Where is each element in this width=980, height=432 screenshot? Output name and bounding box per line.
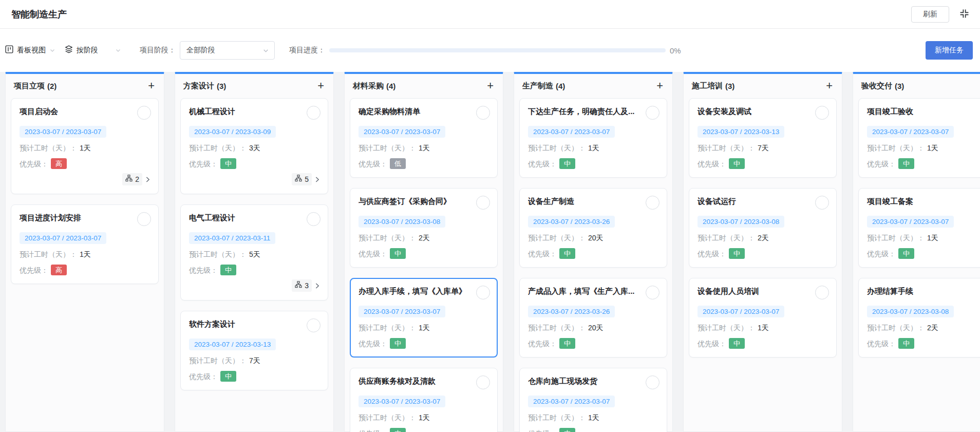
priority-badge: 中 — [390, 428, 406, 432]
card-top: 仓库向施工现场发货 — [528, 375, 659, 389]
duration-value: 1天 — [419, 412, 430, 423]
priority-badge: 中 — [220, 371, 236, 382]
view-mode-label: 看板视图 — [17, 46, 46, 55]
task-card[interactable]: 产成品入库，填写《生产入库... 2023-03-07 / 2023-03-26… — [519, 278, 667, 358]
priority-row: 优先级： 中 — [189, 371, 321, 382]
card-checkbox[interactable] — [307, 106, 321, 120]
app-header: 智能制造生产 刷新 — [0, 0, 980, 29]
duration-value: 2天 — [419, 233, 430, 243]
card-checkbox[interactable] — [646, 375, 659, 389]
duration-label: 预计工时（天）： — [528, 143, 586, 153]
task-card[interactable]: 设备试运行 2023-03-07 / 2023-03-08 预计工时（天）： 2… — [689, 188, 837, 268]
task-card[interactable]: 项目进度计划安排 2023-03-07 / 2023-03-07 预计工时（天）… — [11, 204, 159, 284]
group-mode-switcher[interactable]: 按阶段 — [65, 45, 121, 55]
card-foot: 3 — [189, 279, 321, 292]
task-card[interactable]: 项目启动会 2023-03-07 / 2023-03-07 预计工时（天）： 1… — [11, 98, 159, 194]
task-card[interactable]: 确定采购物料清单 2023-03-07 / 2023-03-07 预计工时（天）… — [350, 98, 498, 178]
task-card[interactable]: 供应商账务核对及清款 2023-03-07 / 2023-03-07 预计工时（… — [350, 368, 498, 432]
card-checkbox[interactable] — [307, 212, 321, 226]
task-card[interactable]: 办理入库手续，填写《入库单》 2023-03-07 / 2023-03-07 预… — [350, 278, 498, 358]
duration-row: 预计工时（天）： 3天 — [189, 143, 321, 153]
refresh-button[interactable]: 刷新 — [911, 6, 949, 23]
task-card[interactable]: 设备使用人员培训 2023-03-07 / 2023-03-07 预计工时（天）… — [689, 278, 837, 358]
priority-badge: 中 — [898, 248, 914, 259]
priority-row: 优先级： 中 — [528, 428, 659, 432]
card-checkbox[interactable] — [815, 286, 829, 299]
duration-value: 1天 — [80, 143, 91, 153]
duration-row: 预计工时（天）： 1天 — [867, 233, 980, 243]
add-card-button[interactable]: + — [315, 81, 326, 91]
add-card-button[interactable]: + — [654, 81, 665, 91]
subtask-chip[interactable]: 5 — [292, 173, 312, 185]
card-checkbox[interactable] — [476, 196, 490, 210]
duration-value: 1天 — [588, 143, 599, 153]
duration-value: 1天 — [80, 249, 91, 259]
subtask-chip[interactable]: 2 — [122, 173, 142, 185]
add-card-button[interactable]: + — [146, 81, 157, 91]
card-title: 下达生产任务，明确责任人及... — [528, 106, 642, 117]
duration-row: 预计工时（天）： 1天 — [359, 143, 490, 153]
add-task-button[interactable]: 新增任务 — [926, 41, 973, 60]
subtask-chip[interactable]: 3 — [292, 279, 312, 292]
card-title: 项目竣工备案 — [867, 196, 980, 206]
board: 项目立项 (2) + 项目启动会 2023-03-07 / 2023-03-07… — [0, 72, 980, 432]
duration-label: 预计工时（天）： — [359, 323, 416, 333]
task-card[interactable]: 机械工程设计 2023-03-07 / 2023-03-09 预计工时（天）： … — [180, 98, 328, 194]
column-count: (4) — [386, 82, 395, 90]
card-checkbox[interactable] — [137, 212, 151, 226]
view-mode-switcher[interactable]: 看板视图 — [5, 45, 55, 55]
card-checkbox[interactable] — [815, 196, 829, 210]
card-checkbox[interactable] — [646, 286, 659, 299]
card-checkbox[interactable] — [307, 318, 321, 332]
kanban-column: 方案设计 (3) + 机械工程设计 2023-03-07 / 2023-03-0… — [175, 72, 334, 432]
column-header: 施工培训 (3) + — [684, 74, 842, 97]
duration-row: 预计工时（天）： 1天 — [528, 412, 659, 423]
task-card[interactable]: 下达生产任务，明确责任人及... 2023-03-07 / 2023-03-07… — [519, 98, 667, 178]
column-count: (3) — [895, 82, 904, 90]
add-card-button[interactable]: + — [485, 81, 496, 91]
card-title: 确定采购物料清单 — [359, 106, 472, 117]
priority-row: 优先级： 中 — [698, 158, 829, 169]
priority-row: 优先级： 高 — [20, 158, 151, 169]
task-card[interactable]: 仓库向施工现场发货 2023-03-07 / 2023-03-07 预计工时（天… — [519, 368, 667, 432]
card-list: 项目竣工验收 2023-03-07 / 2023-03-07 预计工时（天）： … — [853, 97, 980, 374]
card-foot: 5 — [189, 173, 321, 185]
task-card[interactable]: 项目竣工备案 2023-03-07 / 2023-03-07 预计工时（天）： … — [858, 188, 980, 268]
card-checkbox[interactable] — [476, 286, 490, 299]
card-checkbox[interactable] — [476, 106, 490, 120]
exit-fullscreen-button[interactable] — [958, 9, 970, 20]
card-checkbox[interactable] — [476, 375, 490, 389]
card-checkbox[interactable] — [646, 106, 659, 120]
task-card[interactable]: 软件方案设计 2023-03-07 / 2023-03-13 预计工时（天）： … — [180, 311, 328, 390]
subtask-tree-icon — [125, 175, 133, 184]
task-card[interactable]: 设备安装及调试 2023-03-07 / 2023-03-13 预计工时（天）：… — [689, 98, 837, 178]
card-title: 供应商账务核对及清款 — [359, 375, 472, 386]
task-card[interactable]: 与供应商签订《采购合同》 2023-03-07 / 2023-03-08 预计工… — [350, 188, 498, 268]
column-header: 验收交付 (3) + — [853, 74, 980, 97]
duration-value: 1天 — [419, 143, 430, 153]
add-card-button[interactable]: + — [824, 81, 835, 91]
date-range-chip: 2023-03-07 / 2023-03-07 — [528, 396, 615, 407]
duration-value: 2天 — [758, 233, 769, 243]
progress-percent: 0% — [670, 46, 681, 55]
column-header: 材料采购 (4) + — [345, 74, 503, 97]
chevron-right-icon — [314, 283, 321, 289]
duration-row: 预计工时（天）： 20天 — [528, 323, 659, 333]
task-card[interactable]: 电气工程设计 2023-03-07 / 2023-03-11 预计工时（天）： … — [180, 204, 328, 300]
stage-select[interactable]: 全部阶段 — [180, 41, 275, 60]
task-card[interactable]: 设备生产制造 2023-03-07 / 2023-03-26 预计工时（天）： … — [519, 188, 667, 268]
card-title: 产成品入库，填写《生产入库... — [528, 286, 642, 296]
card-top: 项目竣工验收 — [867, 106, 980, 120]
date-range-chip: 2023-03-07 / 2023-03-07 — [359, 396, 445, 407]
priority-row: 优先级： 高 — [20, 265, 151, 275]
card-title: 项目竣工验收 — [867, 106, 980, 117]
duration-row: 预计工时（天）： 1天 — [20, 249, 151, 259]
task-card[interactable]: 办理结算手续 2023-03-07 / 2023-03-08 预计工时（天）： … — [858, 278, 980, 358]
priority-row: 优先级： 中 — [528, 158, 659, 169]
priority-badge: 中 — [559, 248, 575, 259]
task-card[interactable]: 项目竣工验收 2023-03-07 / 2023-03-07 预计工时（天）： … — [858, 98, 980, 178]
priority-row: 优先级： 中 — [867, 158, 980, 169]
card-checkbox[interactable] — [815, 106, 829, 120]
card-checkbox[interactable] — [646, 196, 659, 210]
card-checkbox[interactable] — [137, 106, 151, 120]
